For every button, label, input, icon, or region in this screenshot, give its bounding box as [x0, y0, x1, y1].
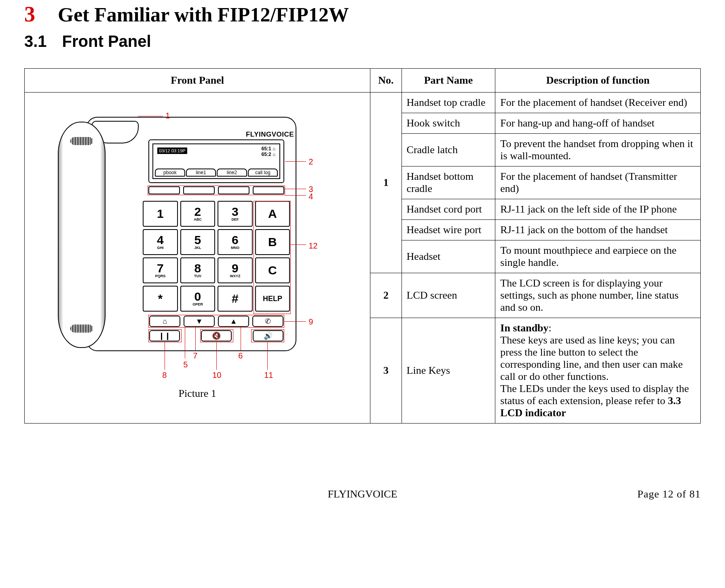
- func-headset: To mount mouthpiece and earpiece on the …: [495, 240, 701, 273]
- key-1: 1: [143, 201, 178, 227]
- key-2: 2ABC: [180, 201, 216, 227]
- func-line-keys: In standby: These keys are used as line …: [495, 318, 701, 424]
- part-headset-wire-port: Headset wire port: [402, 220, 495, 240]
- footer-page-number: Page 12 of 81: [637, 488, 701, 500]
- key-5: 5JKL: [180, 229, 216, 255]
- lcd-screen: 03/12 03:19P 65:1 ⌂ 65:2 ⌂ pbook line1 l…: [148, 139, 284, 183]
- front-panel-table: Front Panel No. Part Name Description of…: [24, 68, 701, 424]
- func-headset-wire-port: RJ-11 jack on the bottom of the handset: [495, 220, 701, 240]
- lcd-soft-line1: line1: [186, 169, 216, 177]
- lcd-soft-calllog: call log: [248, 169, 278, 177]
- key-8: 8TUV: [180, 257, 216, 283]
- hdr-description: Description of function: [495, 69, 701, 93]
- key-9: 9WXYZ: [218, 257, 253, 283]
- callout-11: 11: [264, 371, 273, 380]
- callout-7: 7: [193, 351, 197, 360]
- part-hook-switch: Hook switch: [402, 113, 495, 134]
- key-6: 6MNO: [218, 229, 253, 255]
- callout-4: 4: [309, 192, 313, 201]
- hdr-front-panel: Front Panel: [25, 69, 370, 93]
- lcd-soft-pbook: pbook: [155, 169, 185, 177]
- brand-label: FLYINGVOICE: [246, 131, 294, 139]
- key-4: 4GHI: [143, 229, 178, 255]
- func-handset-cord-port: RJ-11 jack on the left side of the IP ph…: [495, 199, 701, 220]
- picture-caption: Picture 1: [34, 388, 360, 400]
- picture-cell: FLYINGVOICE 03/12 03:19P 65:1 ⌂ 65:2 ⌂ p…: [25, 93, 370, 424]
- page-footer: FLYINGVOICE Page 12 of 81: [0, 488, 725, 500]
- func-cradle-latch: To prevent the handset from dropping whe…: [495, 134, 701, 166]
- no-3: 3: [370, 318, 402, 424]
- lcd-datetime: 03/12 03:19P: [157, 148, 187, 154]
- hdr-part-name: Part Name: [402, 69, 495, 93]
- part-handset-bottom-cradle: Handset bottom cradle: [402, 166, 495, 199]
- lcd-softkey-labels: pbook line1 line2 call log: [155, 169, 278, 177]
- part-handset-cord-port: Handset cord port: [402, 199, 495, 220]
- callout-12: 12: [309, 241, 317, 251]
- key-3: 3DEF: [218, 201, 253, 227]
- lcd-extensions: 65:1 ⌂ 65:2 ⌂: [262, 146, 276, 157]
- part-lcd-screen: LCD screen: [402, 273, 495, 318]
- callout-2: 2: [309, 157, 313, 166]
- lcd-ext1: 65:1 ⌂: [262, 146, 276, 152]
- part-headset: Headset: [402, 240, 495, 273]
- lcd-ext2: 65:2 ⌂: [262, 152, 276, 157]
- callout-8: 8: [162, 371, 167, 380]
- key-7: 7PQRS: [143, 257, 178, 283]
- part-line-keys: Line Keys: [402, 318, 495, 424]
- chapter-title: Get Familiar with FIP12/FIP12W: [58, 3, 349, 26]
- key-hash: #: [218, 286, 253, 312]
- func-lcd-screen: The LCD screen is for displaying your se…: [495, 273, 701, 318]
- section-title: Front Panel: [62, 32, 151, 51]
- handset: [58, 122, 106, 348]
- chapter-number: 3: [24, 2, 35, 27]
- key-star: *: [143, 286, 178, 312]
- callout-6: 6: [238, 351, 243, 360]
- section-heading: 3.1 Front Panel: [24, 32, 701, 51]
- func-handset-top-cradle: For the placement of handset (Receiver e…: [495, 93, 701, 113]
- footer-brand: FLYINGVOICE: [328, 488, 397, 500]
- callout-9: 9: [309, 317, 313, 327]
- key-0: 0OPER: [180, 286, 216, 312]
- hdr-no: No.: [370, 69, 402, 93]
- func-handset-bottom-cradle: For the placement of handset (Transmitte…: [495, 166, 701, 199]
- lcd-soft-line2: line2: [217, 169, 247, 177]
- phone-diagram: FLYINGVOICE 03/12 03:19P 65:1 ⌂ 65:2 ⌂ p…: [58, 113, 337, 379]
- callout-5: 5: [183, 360, 188, 369]
- callout-10: 10: [212, 371, 221, 380]
- func-hook-switch: For hang-up and hang-off of handset: [495, 113, 701, 134]
- callout-1: 1: [165, 111, 170, 120]
- no-2: 2: [370, 273, 402, 318]
- section-number: 3.1: [24, 32, 47, 51]
- part-handset-top-cradle: Handset top cradle: [402, 93, 495, 113]
- part-cradle-latch: Cradle latch: [402, 134, 495, 166]
- chapter-heading: 3 Get Familiar with FIP12/FIP12W: [24, 2, 701, 27]
- no-1: 1: [370, 93, 402, 273]
